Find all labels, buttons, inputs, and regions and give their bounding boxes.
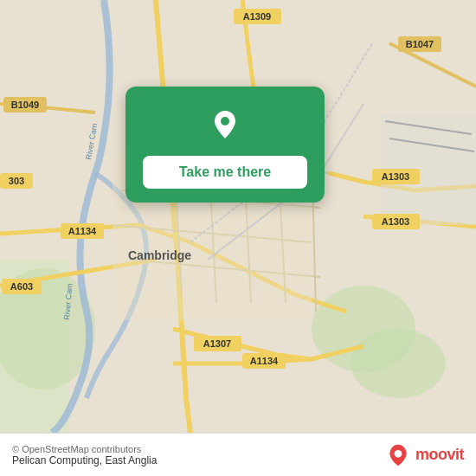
location-info: Pelican Computing, East Anglia [12,454,157,466]
svg-point-2 [351,329,446,398]
svg-text:A1303: A1303 [382,171,409,182]
moovit-brand-text: moovit [415,446,464,464]
location-card: Take me there [125,87,325,203]
svg-text:A1303: A1303 [382,216,409,227]
moovit-logo-icon [386,443,410,467]
svg-text:A1309: A1309 [243,11,271,22]
svg-text:A1307: A1307 [203,338,231,349]
svg-text:B1047: B1047 [406,39,434,49]
svg-point-44 [221,117,229,125]
svg-text:A603: A603 [10,281,33,292]
moovit-logo: moovit [386,443,464,467]
svg-text:303: 303 [9,176,24,186]
attribution-text: © OpenStreetMap contributors [12,444,157,454]
svg-text:Cambridge: Cambridge [128,248,191,262]
map-container: A1309 A1134 A1134 A1307 A603 A1303 A1303… [0,0,476,433]
svg-text:B1049: B1049 [11,100,39,110]
take-me-there-button[interactable]: Take me there [143,156,307,189]
svg-text:A1134: A1134 [250,356,279,366]
bottom-bar: © OpenStreetMap contributors Pelican Com… [0,433,476,476]
svg-point-45 [395,449,402,457]
svg-text:A1134: A1134 [68,226,97,236]
location-pin-icon [203,102,248,147]
